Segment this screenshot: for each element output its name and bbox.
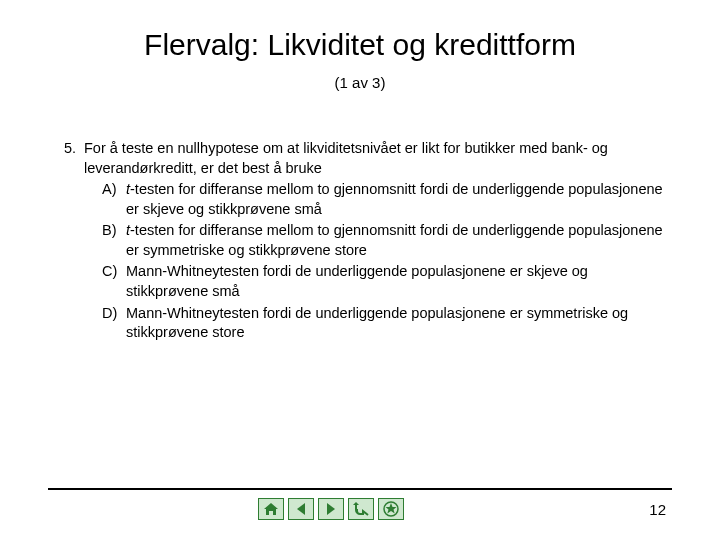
option-text: t-testen for differanse mellom to gjenno… [126,221,672,260]
option-row: A)t-testen for differanse mellom to gjen… [48,180,672,219]
return-icon [352,502,370,516]
star-button[interactable] [378,498,404,520]
prev-button[interactable] [288,498,314,520]
option-label: C) [102,262,126,282]
home-icon [263,502,279,516]
slide-footer: 12 [48,488,672,520]
option-label: B) [102,221,126,241]
return-button[interactable] [348,498,374,520]
page-number: 12 [649,501,672,518]
slide-subtitle: (1 av 3) [48,74,672,91]
next-icon [324,502,338,516]
question-number: 5. [48,139,84,159]
star-icon [383,501,399,517]
option-row: B)t-testen for differanse mellom to gjen… [48,221,672,260]
nav-buttons [258,498,404,520]
svg-marker-2 [327,503,335,515]
option-row: D)Mann-Whitneytesten fordi de underligge… [48,304,672,343]
svg-marker-0 [264,503,278,515]
home-button[interactable] [258,498,284,520]
question-stem: For å teste en nullhypotese om at likvid… [84,139,672,178]
svg-marker-5 [386,503,397,514]
slide-title: Flervalg: Likviditet og kredittform [48,28,672,62]
question-block: 5. For å teste en nullhypotese om at lik… [48,139,672,343]
next-button[interactable] [318,498,344,520]
svg-marker-1 [297,503,305,515]
option-row: C)Mann-Whitneytesten fordi de underligge… [48,262,672,301]
svg-marker-3 [353,502,359,505]
prev-icon [294,502,308,516]
option-label: A) [102,180,126,200]
option-text: Mann-Whitneytesten fordi de underliggend… [126,262,672,301]
option-label: D) [102,304,126,324]
option-text: Mann-Whitneytesten fordi de underliggend… [126,304,672,343]
footer-rule [48,488,672,490]
option-text: t-testen for differanse mellom to gjenno… [126,180,672,219]
